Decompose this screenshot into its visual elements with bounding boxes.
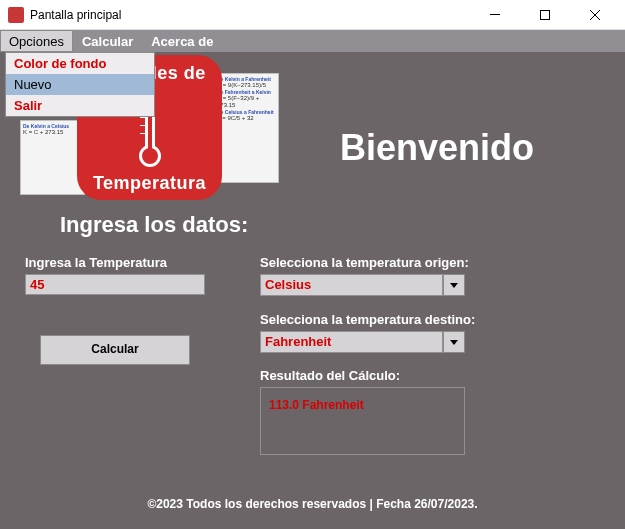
dropdown-salir[interactable]: Salir (6, 95, 154, 116)
menubar: Opciones Calcular Acerca de (0, 30, 625, 52)
content-area: De Kelvin a Celsius K = C + 273.15 Unida… (0, 52, 625, 529)
titlebar: Pantalla principal (0, 0, 625, 30)
app-logo-line2: Temperatura (93, 173, 206, 194)
origen-dropdown-button[interactable] (443, 274, 465, 296)
main-window: Pantalla principal Opciones Calcular Ace… (0, 0, 625, 529)
close-button[interactable] (573, 0, 617, 30)
svg-rect-1 (541, 10, 550, 19)
welcome-heading: Bienvenido (340, 127, 534, 169)
window-title: Pantalla principal (30, 8, 467, 22)
minimize-button[interactable] (473, 0, 517, 30)
dropdown-nuevo[interactable]: Nuevo (6, 74, 154, 95)
formula-thumb-left: De Kelvin a Celsius K = C + 273.15 (20, 120, 85, 195)
dropdown-color-fondo[interactable]: Color de fondo (6, 53, 154, 74)
destino-dropdown-button[interactable] (443, 331, 465, 353)
menu-acerca-de[interactable]: Acerca de (142, 30, 222, 52)
origen-value: Celsius (260, 274, 443, 296)
resultado-output: 113.0 Fahrenheit (260, 387, 465, 455)
formula-thumb-right: De Kelvin a Fahrenheit K = 9(K−273.15)/5… (214, 73, 279, 183)
destino-combo[interactable]: Fahrenheit (260, 331, 465, 353)
origen-combo[interactable]: Celsius (260, 274, 465, 296)
footer-text: ©2023 Todos los derechos reservados | Fe… (0, 497, 625, 511)
subtitle: Ingresa los datos: (60, 212, 248, 238)
resultado-label: Resultado del Cálculo: (260, 368, 400, 383)
app-icon-small (8, 7, 24, 23)
temp-input-label: Ingresa la Temperatura (25, 255, 167, 270)
svg-marker-4 (450, 283, 458, 288)
menu-calcular[interactable]: Calcular (73, 30, 142, 52)
svg-marker-5 (450, 340, 458, 345)
destino-value: Fahrenheit (260, 331, 443, 353)
calcular-button[interactable]: Calcular (40, 335, 190, 365)
opciones-dropdown: Color de fondo Nuevo Salir (5, 52, 155, 117)
destino-label: Selecciona la temperatura destino: (260, 312, 475, 327)
svg-rect-0 (490, 14, 500, 15)
maximize-button[interactable] (523, 0, 567, 30)
temp-input[interactable] (25, 274, 205, 295)
origen-label: Selecciona la temperatura origen: (260, 255, 469, 270)
menu-opciones[interactable]: Opciones (0, 30, 73, 52)
